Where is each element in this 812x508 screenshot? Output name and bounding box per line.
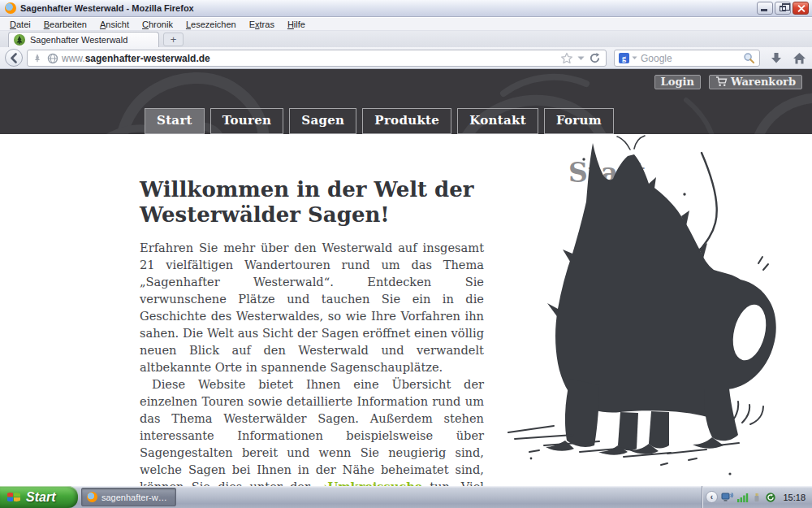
site-nav-tab-touren[interactable]: Touren	[210, 108, 284, 134]
url-bar[interactable]: www.sagenhafter-westerwald.de	[27, 50, 607, 67]
firefox-icon	[87, 492, 97, 502]
window-title: Sagenhafter Westerwald - Mozilla Firefox	[20, 3, 194, 13]
new-tab-button[interactable]: +	[163, 33, 184, 46]
taskbar-clock: 15:18	[783, 493, 806, 502]
close-icon	[793, 2, 808, 14]
site-nav-tab-kontakt[interactable]: Kontakt	[457, 108, 538, 134]
update-icon[interactable]	[765, 492, 776, 503]
menu-item-hilfe[interactable]: Hilfe	[281, 19, 312, 30]
minimize-icon	[761, 9, 767, 11]
reload-icon[interactable]	[589, 52, 601, 64]
menu-item-bearbeiten[interactable]: Bearbeiten	[37, 19, 93, 30]
taskbar-item-firefox[interactable]: sagenhafter-wester...	[81, 488, 176, 506]
network-icon[interactable]	[721, 491, 734, 503]
minimize-button[interactable]	[757, 2, 773, 15]
url-domain: sagenhafter-westerwald.de	[85, 53, 210, 64]
globe-icon	[47, 53, 58, 64]
intro-paragraph-1: Erfahren Sie mehr über den Westerwald au…	[140, 239, 484, 376]
navigation-toolbar: www.sagenhafter-westerwald.de g	[0, 47, 812, 69]
intro-paragraph-2: Diese Website bietet Ihnen eine Übersich…	[140, 376, 484, 486]
browser-tab[interactable]: Sagenhafter Westerwald	[8, 32, 159, 47]
site-nav-tab-forum[interactable]: Forum	[544, 108, 614, 134]
paragraph-2-text: Diese Website bietet Ihnen eine Übersich…	[140, 377, 484, 486]
firefox-icon	[5, 2, 16, 14]
page-viewport: Login Warenkorb StartTourenSagenProdukte…	[0, 69, 812, 486]
menu-item-datei[interactable]: Datei	[3, 19, 37, 30]
login-button[interactable]: Login	[654, 75, 701, 89]
tab-strip: Sagenhafter Westerwald +	[0, 31, 812, 47]
downloads-icon[interactable]	[770, 52, 783, 65]
usb-device-icon[interactable]	[752, 492, 762, 503]
login-label: Login	[661, 76, 694, 88]
site-identity-tree-icon	[32, 53, 42, 63]
cart-icon	[715, 76, 728, 87]
search-engine-dropdown-icon[interactable]	[632, 56, 637, 60]
heading-line-1: Willkommen in der Welt der	[140, 177, 484, 202]
search-box[interactable]: g	[614, 50, 760, 67]
start-label: Start	[26, 490, 55, 505]
restore-icon	[780, 6, 786, 11]
menu-item-lesezeichen[interactable]: Lesezeichen	[179, 19, 243, 30]
main-heading: Willkommen in der Welt der Westerwälder …	[140, 177, 484, 228]
site-favicon-icon	[14, 34, 25, 46]
link-label: Umkreissuche	[327, 480, 422, 486]
start-button[interactable]: Start	[0, 486, 78, 508]
creature-illustration	[502, 135, 781, 480]
site-nav-tab-sagen[interactable]: Sagen	[289, 108, 356, 134]
taskbar: Start sagenhafter-wester... ‹ 15:	[0, 486, 812, 508]
system-tray: ‹ 15:18	[702, 486, 812, 508]
google-favicon: g	[619, 53, 629, 63]
site-nav-tab-start[interactable]: Start	[145, 108, 205, 134]
heading-line-2: Westerwälder Sagen!	[140, 202, 484, 228]
main-content: Willkommen in der Welt der Westerwälder …	[140, 177, 484, 486]
menu-item-ansicht[interactable]: Ansicht	[93, 19, 136, 30]
back-arrow-icon	[9, 53, 19, 63]
magnifier-icon[interactable]	[743, 52, 755, 64]
intro-text: Erfahren Sie mehr über den Westerwald au…	[140, 239, 484, 486]
link-arrow-icon: →	[317, 480, 327, 486]
chevron-down-icon[interactable]	[577, 56, 585, 61]
site-nav-tab-produkte[interactable]: Produkte	[362, 108, 451, 134]
umkreissuche-link[interactable]: →Umkreissuche	[317, 480, 422, 486]
site-nav: StartTourenSagenProdukteKontaktForum	[145, 108, 614, 134]
tray-collapse-icon[interactable]: ‹	[706, 491, 718, 503]
menu-item-extras[interactable]: Extras	[243, 19, 281, 30]
back-button[interactable]	[5, 49, 23, 67]
close-button[interactable]	[793, 2, 809, 15]
cart-button[interactable]: Warenkorb	[709, 75, 802, 89]
search-input[interactable]	[641, 53, 743, 64]
cart-label: Warenkorb	[731, 76, 796, 88]
signal-strength-icon[interactable]	[737, 492, 749, 503]
site-header: Login Warenkorb StartTourenSagenProdukte…	[0, 69, 812, 134]
bookmark-star-icon[interactable]	[560, 52, 573, 64]
menu-bar: DateiBearbeitenAnsichtChronikLesezeichen…	[0, 18, 812, 31]
taskbar-item-label: sagenhafter-wester...	[102, 493, 171, 502]
windows-logo-icon	[6, 491, 21, 504]
menu-item-chronik[interactable]: Chronik	[136, 19, 179, 30]
restore-button[interactable]	[775, 2, 791, 15]
browser-tab-title: Sagenhafter Westerwald	[30, 35, 127, 45]
window-titlebar: Sagenhafter Westerwald - Mozilla Firefox	[0, 0, 812, 17]
home-icon[interactable]	[793, 52, 806, 65]
url-prefix: www.	[62, 53, 85, 64]
